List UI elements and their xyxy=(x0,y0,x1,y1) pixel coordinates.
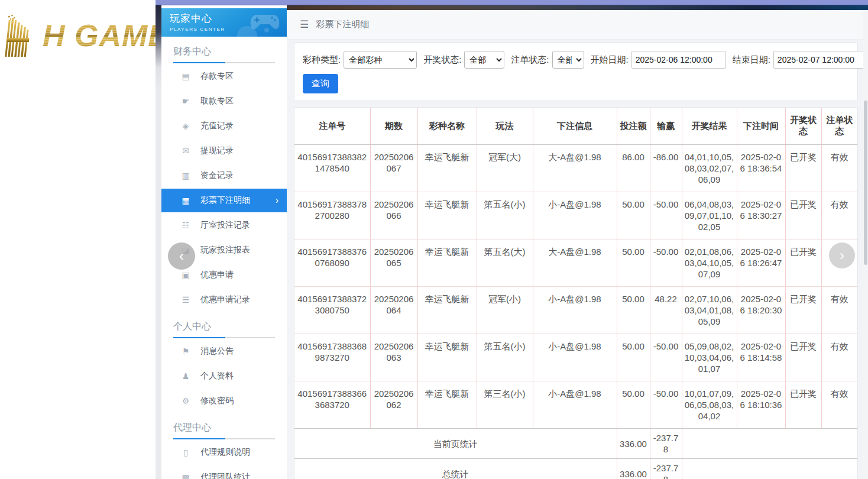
table-cell: 20250206067 xyxy=(370,145,417,192)
table-cell: 小-A盘@1.98 xyxy=(533,334,617,381)
document-icon: ▯ xyxy=(180,448,191,457)
sidebar-item[interactable]: ♟个人资料 xyxy=(161,364,287,388)
sidebar-item[interactable]: ▤存款专区 xyxy=(161,64,287,88)
panel-left-strip xyxy=(156,5,161,479)
table-cell: 有效 xyxy=(821,381,857,429)
lottery-type-select[interactable]: 全部彩种 xyxy=(344,51,417,69)
table-cell: 20250206062 xyxy=(370,381,417,429)
end-date-label: 结束日期: xyxy=(733,54,770,66)
draw-status-filter: 开奖状态: 全部 xyxy=(423,51,504,69)
table-cell: 第五名(小) xyxy=(477,192,533,240)
end-date-input[interactable] xyxy=(773,51,868,69)
chevron-left-icon: ‹ xyxy=(179,248,184,264)
table-cell: -50.00 xyxy=(650,192,682,240)
table-cell: 大-A盘@1.98 xyxy=(533,240,617,287)
query-button[interactable]: 查询 xyxy=(303,74,338,93)
sidebar-item-label: 优惠申请记录 xyxy=(200,294,250,305)
gear-icon: ⚙ xyxy=(180,396,191,406)
draw-status-select[interactable]: 全部 xyxy=(464,51,504,69)
table-cell: 401569173883782700280 xyxy=(294,192,370,240)
filter-panel: 彩种类型: 全部彩种 开奖状态: 全部 注单状态: xyxy=(294,43,858,101)
col-header-issue: 期数 xyxy=(370,108,417,145)
sidebar-collapse-button[interactable]: ‹ xyxy=(168,242,195,270)
table-cell: 401569173883723080750 xyxy=(294,287,370,334)
table-cell: 2025-02-06 18:14:58 xyxy=(737,334,785,381)
sidebar-item[interactable]: ☷厅室投注记录 xyxy=(161,213,287,237)
bell-icon: ⚑ xyxy=(180,347,191,356)
hamburger-menu-icon[interactable]: ☰ xyxy=(300,18,309,31)
sidebar-section-label: 财务中心 xyxy=(173,46,275,63)
table-cell: 2025-02-06 18:36:54 xyxy=(737,145,785,192)
col-header-bet-info: 下注信息 xyxy=(533,108,617,145)
logo-mark-icon xyxy=(4,13,43,58)
summary-empty-cell xyxy=(682,429,857,459)
summary-win-loss-cell: -237.78 xyxy=(650,459,682,479)
chevron-right-icon: › xyxy=(840,247,844,264)
table-cell: 401569173883663683720 xyxy=(294,381,370,429)
bet-status-filter: 注单状态: 全部 xyxy=(511,51,584,69)
table-cell: 2025-02-06 18:20:30 xyxy=(737,287,785,334)
sidebar-item[interactable]: ▦彩票下注明细› xyxy=(161,189,287,212)
sidebar-item[interactable]: ☛取款专区 xyxy=(161,89,287,113)
logo-text: H GAME xyxy=(43,18,169,53)
end-date-filter: 结束日期: xyxy=(733,51,868,69)
start-date-filter: 开始日期: xyxy=(591,51,726,69)
table-row: 40156917388366368372020250206062幸运飞艇新第三名… xyxy=(294,381,857,429)
sidebar-section-label: 个人中心 xyxy=(173,321,275,338)
table-cell: 幸运飞艇新 xyxy=(417,287,477,334)
table-cell: 幸运飞艇新 xyxy=(417,145,477,192)
hall-bet-record-icon: ☷ xyxy=(180,221,191,230)
sidebar-item[interactable]: ▥资金记录 xyxy=(161,164,287,187)
table-cell: 第三名(小) xyxy=(477,381,533,429)
table-header-row: 注单号 期数 彩种名称 玩法 下注信息 投注额 输赢 开奖结果 下注时间 开奖状… xyxy=(294,108,857,145)
sidebar-item[interactable]: ◈充值记录 xyxy=(161,114,287,138)
brand-logo: H GAME xyxy=(4,13,169,58)
sidebar-item[interactable]: ▯代理规则说明 xyxy=(161,441,287,464)
table-cell: 50.00 xyxy=(617,192,650,240)
summary-label-cell: 总统计 xyxy=(294,459,617,479)
promo-apply-record-icon: ☰ xyxy=(180,295,191,305)
sidebar-item[interactable]: ▩代理团队统计 xyxy=(161,465,287,479)
sidebar-item[interactable]: ✉提现记录 xyxy=(161,139,287,163)
filter-actions: 查询 xyxy=(303,74,849,93)
table-cell: 已开奖 xyxy=(785,287,821,334)
sidebar-item-label: 个人资料 xyxy=(200,371,234,381)
table-row: 40156917388372308075020250206064幸运飞艇新冠军(… xyxy=(294,287,857,334)
sidebar-item-label: 存款专区 xyxy=(200,71,234,82)
sidebar-item[interactable]: ⚑消息公告 xyxy=(161,339,287,363)
table-cell: 幸运飞艇新 xyxy=(417,334,477,381)
col-header-win-loss: 输赢 xyxy=(650,108,682,145)
withdrawal-record-icon: ✉ xyxy=(180,146,191,156)
scrollbar-track[interactable] xyxy=(863,10,868,479)
col-header-bet-time: 下注时间 xyxy=(737,108,785,145)
table-cell: 20250206065 xyxy=(370,240,417,287)
sidebar-item-label: 资金记录 xyxy=(200,170,234,181)
sidebar-item-label: 提现记录 xyxy=(200,145,234,156)
table-cell: 有效 xyxy=(821,334,857,381)
start-date-label: 开始日期: xyxy=(591,54,629,66)
lottery-bet-detail-icon: ▦ xyxy=(180,196,191,205)
sidebar-item[interactable]: ⚙修改密码 xyxy=(161,389,287,413)
sidebar-subtitle: PLAYERS CENTER xyxy=(161,25,287,32)
page-title: 彩票下注明细 xyxy=(316,19,369,30)
table-cell: 50.00 xyxy=(617,334,650,381)
sidebar-item-label: 厅室投注记录 xyxy=(200,220,250,231)
table-cell: 冠军(大) xyxy=(477,145,533,192)
table-cell: 有效 xyxy=(821,287,857,334)
summary-row: 总统计336.00-237.78 xyxy=(294,459,857,479)
sidebar-section-label: 代理中心 xyxy=(173,422,275,439)
table-cell: 已开奖 xyxy=(785,192,821,240)
table-cell: 401569173883821478540 xyxy=(294,145,370,192)
start-date-input[interactable] xyxy=(631,51,726,69)
table-cell: 48.22 xyxy=(650,287,682,334)
bet-detail-table: 注单号 期数 彩种名称 玩法 下注信息 投注额 输赢 开奖结果 下注时间 开奖状… xyxy=(294,108,857,479)
sidebar-item[interactable]: ☰优惠申请记录 xyxy=(161,288,287,312)
table-row: 40156917388378270028020250206066幸运飞艇新第五名… xyxy=(294,192,857,240)
scrollbar-thumb[interactable] xyxy=(864,101,867,265)
panel-expand-button[interactable]: › xyxy=(829,242,855,268)
funds-record-icon: ▥ xyxy=(180,171,191,180)
chevron-right-icon: › xyxy=(276,195,278,206)
bet-status-select[interactable]: 全部 xyxy=(552,51,584,69)
table-cell: 幸运飞艇新 xyxy=(417,192,477,240)
page: H GAME 玩家中心 PLA xyxy=(0,0,868,479)
